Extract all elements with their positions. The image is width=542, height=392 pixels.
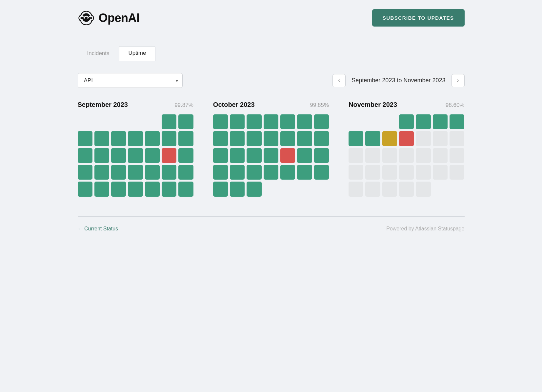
calendar-day-cell[interactable] [178,182,193,196]
calendar-day-cell[interactable] [94,148,109,163]
calendar-day-cell [365,114,380,129]
cal-pct-oct2023: 99.85% [310,102,329,108]
api-dropdown-wrap: API ChatGPT DALL-E Playground ▾ [78,73,183,88]
calendar-day-cell [365,148,380,163]
prev-period-button[interactable]: ‹ [332,74,346,87]
calendar-day-cell [382,148,397,163]
calendar-day-cell[interactable] [297,131,312,146]
calendar-day-cell[interactable] [145,182,160,196]
calendar-day-cell[interactable] [78,131,92,146]
calendar-day-cell[interactable] [399,131,414,146]
calendar-day-cell[interactable] [162,131,176,146]
calendar-day-cell[interactable] [314,148,329,163]
calendar-day-cell [433,148,448,163]
calendar-day-cell[interactable] [178,165,193,180]
calendar-day-cell[interactable] [264,148,278,163]
calendar-day-cell[interactable] [213,165,228,180]
calendar-day-cell[interactable] [145,165,160,180]
calendar-day-cell[interactable] [213,148,228,163]
next-period-button[interactable]: › [452,74,465,87]
api-dropdown[interactable]: API ChatGPT DALL-E Playground [78,73,183,88]
calendar-day-cell [416,148,431,163]
calendar-day-cell[interactable] [382,131,397,146]
calendar-day-cell[interactable] [264,165,278,180]
calendar-day-cell[interactable] [297,114,312,129]
calendar-day-cell[interactable] [145,148,160,163]
calendar-day-cell[interactable] [94,182,109,196]
calendar-day-cell[interactable] [230,182,245,196]
calendar-day-cell[interactable] [178,131,193,146]
calendar-day-cell[interactable] [280,114,295,129]
calendar-day-cell[interactable] [264,114,278,129]
calendar-day-cell[interactable] [247,182,261,196]
calendar-day-cell[interactable] [213,131,228,146]
calendar-day-cell[interactable] [230,148,245,163]
calendar-day-cell[interactable] [314,131,329,146]
calendar-day-cell[interactable] [162,114,176,129]
calendar-day-cell[interactable] [416,114,431,129]
calendar-sep2023: September 202399.87% [78,101,193,197]
calendar-day-cell[interactable] [247,165,261,180]
cal-header-nov2023: November 202398.60% [349,101,464,108]
calendar-day-cell[interactable] [111,165,126,180]
calendar-day-cell[interactable] [178,148,193,163]
calendar-day-cell[interactable] [264,131,278,146]
calendar-day-cell[interactable] [213,114,228,129]
calendar-day-cell [349,114,363,129]
calendar-day-cell[interactable] [314,114,329,129]
calendar-day-cell[interactable] [297,165,312,180]
calendar-day-cell[interactable] [247,114,261,129]
calendar-day-cell[interactable] [349,131,363,146]
calendar-day-cell[interactable] [280,131,295,146]
cal-grid-sep2023 [78,114,193,197]
calendar-day-cell[interactable] [162,182,176,196]
calendar-day-cell[interactable] [399,114,414,129]
tab-uptime[interactable]: Uptime [119,46,156,61]
calendar-day-cell[interactable] [128,131,143,146]
cal-month-oct2023: October 2023 [213,101,255,108]
date-range-label: September 2023 to November 2023 [351,77,445,84]
calendar-day-cell [433,182,448,196]
calendar-day-cell[interactable] [128,165,143,180]
calendar-day-cell [399,165,414,180]
calendar-day-cell[interactable] [314,165,329,180]
current-status-link[interactable]: ← Current Status [78,226,118,232]
calendar-day-cell[interactable] [280,148,295,163]
calendar-day-cell[interactable] [297,148,312,163]
calendar-day-cell[interactable] [94,165,109,180]
calendar-day-cell[interactable] [78,165,92,180]
calendar-day-cell[interactable] [111,182,126,196]
calendar-day-cell[interactable] [433,114,448,129]
calendar-day-cell[interactable] [230,114,245,129]
calendar-day-cell [314,182,329,196]
calendar-day-cell[interactable] [111,131,126,146]
calendar-day-cell[interactable] [162,165,176,180]
calendar-day-cell[interactable] [145,131,160,146]
logo-text: OpenAI [99,11,140,25]
calendar-day-cell[interactable] [230,165,245,180]
calendar-day-cell[interactable] [162,148,176,163]
calendar-day-cell [382,114,397,129]
calendar-day-cell[interactable] [280,165,295,180]
calendar-day-cell[interactable] [78,148,92,163]
calendar-day-cell [382,165,397,180]
calendar-day-cell[interactable] [230,131,245,146]
calendar-day-cell[interactable] [128,182,143,196]
calendar-day-cell[interactable] [365,131,380,146]
calendar-day-cell[interactable] [247,131,261,146]
calendar-day-cell[interactable] [450,114,464,129]
calendar-day-cell [433,165,448,180]
calendar-day-cell[interactable] [94,131,109,146]
subscribe-button[interactable]: SUBSCRIBE TO UPDATES [372,9,465,27]
calendar-day-cell[interactable] [111,148,126,163]
calendar-day-cell [416,131,431,146]
header-divider [78,36,465,36]
calendar-day-cell[interactable] [128,148,143,163]
calendar-oct2023: October 202399.85% [213,101,329,197]
tab-incidents[interactable]: Incidents [78,47,119,61]
calendar-day-cell[interactable] [178,114,193,129]
calendar-day-cell [145,114,160,129]
calendar-day-cell[interactable] [247,148,261,163]
calendar-day-cell[interactable] [213,182,228,196]
calendar-day-cell[interactable] [78,182,92,196]
